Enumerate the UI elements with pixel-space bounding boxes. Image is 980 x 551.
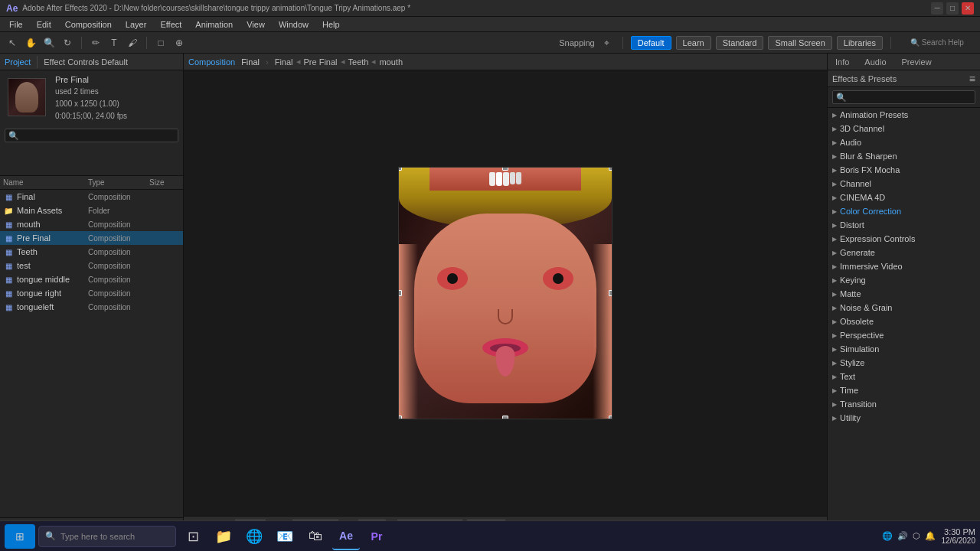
menu-edit[interactable]: Edit <box>31 18 57 31</box>
effect-color-correction[interactable]: ▶ Color Correction <box>828 204 980 218</box>
handle-bm[interactable] <box>502 416 508 419</box>
rotate-tool[interactable]: ↻ <box>60 35 75 51</box>
search-help[interactable]: 🔍 Search Help <box>899 35 975 51</box>
effect-perspective[interactable]: ▶ Perspective <box>828 328 980 342</box>
notification-icon[interactable]: 🔔 <box>925 531 936 541</box>
breadcrumb-pre-final[interactable]: Pre Final <box>304 57 338 67</box>
tab-info[interactable]: Info <box>828 54 857 70</box>
snapping-toggle[interactable]: ⌖ <box>599 35 615 51</box>
project-item-pre-final[interactable]: ▦ Pre Final Composition <box>0 231 183 245</box>
effect-blur-sharpen[interactable]: ▶ Blur & Sharpen <box>828 149 980 163</box>
maximize-button[interactable]: □ <box>946 2 959 15</box>
effect-animation-presets[interactable]: ▶ Animation Presets <box>828 108 980 122</box>
taskbar-store[interactable]: 🛍 <box>302 523 329 550</box>
effect-obsolete[interactable]: ▶ Obsolete <box>828 315 980 328</box>
handle-tl[interactable] <box>398 167 402 171</box>
pen-tool[interactable]: ✏ <box>88 35 103 51</box>
breadcrumb-final[interactable]: Final <box>275 57 293 67</box>
menu-file[interactable]: File <box>3 18 29 31</box>
effect-channel[interactable]: ▶ Channel <box>828 177 980 191</box>
effect-transition[interactable]: ▶ Transition <box>828 397 980 411</box>
effect-expression-controls[interactable]: ▶ Expression Controls <box>828 232 980 246</box>
menu-view[interactable]: View <box>240 18 271 31</box>
project-item-final[interactable]: ▦ Final Composition <box>0 190 183 204</box>
project-item-mouth[interactable]: ▦ mouth Composition <box>0 217 183 231</box>
volume-icon[interactable]: 🔊 <box>897 531 908 541</box>
tab-preview[interactable]: Preview <box>894 54 939 70</box>
effects-menu-icon[interactable]: ≡ <box>969 73 975 85</box>
effect-audio[interactable]: ▶ Audio <box>828 135 980 149</box>
project-item-tongue-right[interactable]: ▦ tongue right Composition <box>0 286 183 300</box>
puppet-tool[interactable]: ⊕ <box>172 35 187 51</box>
project-item-teeth[interactable]: ▦ Teeth Composition <box>0 245 183 259</box>
menu-layer[interactable]: Layer <box>119 18 153 31</box>
menu-composition[interactable]: Composition <box>59 18 118 31</box>
workspace-learn[interactable]: Learn <box>676 36 711 50</box>
taskbar-search-bar[interactable]: 🔍 Type here to search <box>38 526 176 547</box>
effect-cinema4d[interactable]: ▶ CINEMA 4D <box>828 191 980 204</box>
handle-mr[interactable] <box>609 290 612 296</box>
project-item-tongueleft[interactable]: ▦ tongueleft Composition <box>0 300 183 314</box>
effect-text[interactable]: ▶ Text <box>828 370 980 383</box>
effect-simulation[interactable]: ▶ Simulation <box>828 342 980 356</box>
effect-3d-channel[interactable]: ▶ 3D Channel <box>828 122 980 135</box>
effect-boris-fx[interactable]: ▶ Boris FX Mocha <box>828 163 980 177</box>
effect-time[interactable]: ▶ Time <box>828 383 980 397</box>
shape-tool[interactable]: □ <box>153 35 168 51</box>
select-tool[interactable]: ↖ <box>5 35 20 51</box>
handle-tr[interactable] <box>609 167 612 171</box>
arrow-icon: ▶ <box>832 373 837 380</box>
comp-icon-test: ▦ <box>3 260 14 271</box>
handle-br[interactable] <box>609 416 612 419</box>
handle-bl[interactable] <box>398 416 402 419</box>
breadcrumb-mouth[interactable]: mouth <box>379 57 403 67</box>
menu-effect[interactable]: Effect <box>154 18 188 31</box>
start-button[interactable]: ⊞ <box>5 524 35 549</box>
clock[interactable]: 3:30 PM 12/6/2020 <box>942 527 976 545</box>
project-meta: Pre Final used 2 times 1000 x 1250 (1.00… <box>0 70 183 126</box>
arrow-icon: ▶ <box>832 305 837 311</box>
handle-tm[interactable] <box>502 167 508 171</box>
effect-matte[interactable]: ▶ Matte <box>828 287 980 301</box>
project-item-main-assets[interactable]: 📁 Main Assets Folder <box>0 204 183 217</box>
effect-distort[interactable]: ▶ Distort <box>828 218 980 232</box>
effect-controls-tab[interactable]: Effect Controls Effect Controls DefaultD… <box>44 57 128 67</box>
breadcrumb-teeth[interactable]: Teeth <box>348 57 369 67</box>
text-tool[interactable]: T <box>106 35 122 51</box>
project-item-test[interactable]: ▦ test Composition <box>0 259 183 272</box>
zoom-tool[interactable]: 🔍 <box>41 35 57 51</box>
project-tab[interactable]: Project <box>5 57 31 67</box>
title-bar-controls[interactable]: ─ □ ✕ <box>931 2 974 15</box>
effect-utility[interactable]: ▶ Utility <box>828 411 980 425</box>
minimize-button[interactable]: ─ <box>931 2 943 15</box>
effect-generate[interactable]: ▶ Generate <box>828 246 980 259</box>
workspace-libraries[interactable]: Libraries <box>837 36 883 50</box>
effect-keying[interactable]: ▶ Keying <box>828 273 980 287</box>
workspace-small-screen[interactable]: Small Screen <box>768 36 831 50</box>
handle-ml[interactable] <box>398 290 402 296</box>
menu-animation[interactable]: Animation <box>189 18 239 31</box>
taskbar-ae[interactable]: Ae <box>332 523 360 550</box>
effects-search-input[interactable] <box>832 90 975 104</box>
comp-icon: ▦ <box>3 191 14 202</box>
brush-tool[interactable]: 🖌 <box>125 35 140 51</box>
tab-audio[interactable]: Audio <box>857 54 893 70</box>
taskbar-mail[interactable]: 📧 <box>271 523 299 550</box>
taskbar-task-view[interactable]: ⊡ <box>179 523 207 550</box>
menu-help[interactable]: Help <box>316 18 346 31</box>
network-icon[interactable]: 🌐 <box>882 531 893 541</box>
project-search-input[interactable] <box>5 129 178 142</box>
effect-immersive-video[interactable]: ▶ Immersive Video <box>828 259 980 273</box>
taskbar-edge[interactable]: 🌐 <box>240 523 268 550</box>
workspace-default[interactable]: Default <box>631 36 671 50</box>
effect-noise-grain[interactable]: ▶ Noise & Grain <box>828 301 980 315</box>
project-item-tongue-middle[interactable]: ▦ tongue middle Composition <box>0 272 183 286</box>
hand-tool[interactable]: ✋ <box>23 35 38 51</box>
taskbar-premiere[interactable]: Pr <box>363 523 390 550</box>
workspace-standard[interactable]: Standard <box>716 36 764 50</box>
menu-window[interactable]: Window <box>273 18 315 31</box>
comp-used: used 2 times <box>55 86 127 98</box>
effect-stylize[interactable]: ▶ Stylize <box>828 356 980 370</box>
taskbar-file-explorer[interactable]: 📁 <box>210 523 237 550</box>
close-button[interactable]: ✕ <box>962 2 974 15</box>
